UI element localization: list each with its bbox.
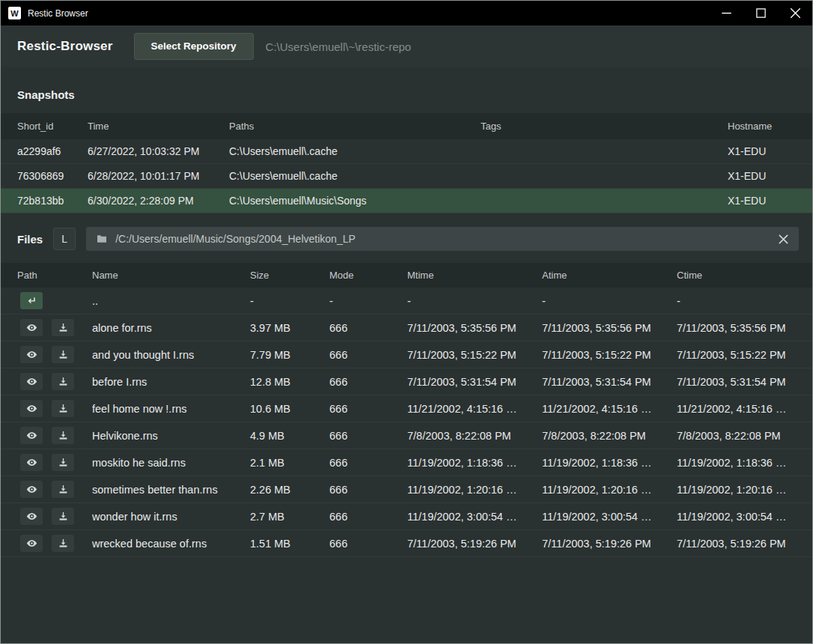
eye-icon (26, 538, 37, 549)
file-size: 2.1 MB (250, 457, 329, 469)
download-icon (58, 484, 69, 495)
go-to-parent-button[interactable] (20, 292, 43, 309)
eye-icon (26, 430, 37, 441)
snapshot-time: 6/30/2022, 2:28:09 PM (88, 195, 229, 207)
file-actions (17, 373, 92, 390)
files-body: ..-----alone for.rns3.97 MB6667/11/2003,… (1, 288, 812, 557)
file-mtime: 7/11/2003, 5:35:56 PM (407, 322, 542, 334)
files-column-name: Name (92, 270, 250, 281)
download-icon (58, 538, 69, 549)
download-file-button[interactable] (52, 346, 74, 363)
preview-file-button[interactable] (20, 535, 43, 552)
file-actions (17, 535, 92, 552)
file-size: 12.8 MB (250, 376, 329, 388)
preview-file-button[interactable] (20, 400, 43, 417)
preview-file-button[interactable] (20, 346, 43, 363)
preview-file-button[interactable] (20, 427, 43, 444)
file-actions (17, 508, 92, 525)
download-icon (58, 349, 69, 360)
download-icon (58, 457, 69, 468)
snapshot-row[interactable]: a2299af66/27/2022, 10:03:32 PMC:\Users\e… (1, 139, 812, 164)
file-path-bar[interactable]: /C:/Users/emuell/Music/Songs/2004_Helvet… (86, 227, 799, 251)
snapshots-column-hostname: Hostname (728, 121, 796, 132)
file-ctime: 7/11/2003, 5:15:22 PM (677, 349, 796, 361)
files-table: PathNameSizeModeMtimeAtimeCtime ..-----a… (1, 263, 812, 557)
file-atime: 11/21/2002, 4:15:16 … (542, 403, 677, 415)
snapshot-time: 6/28/2022, 10:01:17 PM (88, 170, 229, 182)
window-controls (709, 1, 812, 25)
clear-path-button[interactable] (778, 234, 789, 245)
snapshot-row[interactable]: 763068696/28/2022, 10:01:17 PMC:\Users\e… (1, 164, 812, 189)
list-mode-button[interactable]: L (53, 228, 76, 250)
preview-file-button[interactable] (20, 508, 43, 525)
file-mode: 666 (329, 484, 407, 496)
snapshot-paths: C:\Users\emuell\Music\Songs (229, 195, 481, 207)
file-ctime: 7/11/2003, 5:35:56 PM (677, 322, 796, 334)
file-name: Helvikone.rns (92, 430, 250, 442)
file-actions (17, 427, 92, 444)
return-icon (26, 295, 37, 306)
preview-file-button[interactable] (20, 373, 43, 390)
download-icon (58, 376, 69, 387)
minimize-button[interactable] (709, 1, 743, 25)
file-mode: 666 (329, 457, 407, 469)
snapshots-column-time: Time (88, 121, 229, 132)
select-repository-button[interactable]: Select Repository (134, 33, 254, 60)
download-file-button[interactable] (52, 373, 74, 390)
close-icon (778, 234, 789, 245)
file-ctime: 11/19/2002, 1:20:16 … (677, 484, 796, 496)
download-file-button[interactable] (52, 535, 74, 552)
file-actions (17, 292, 92, 309)
file-ctime: 11/19/2002, 1:18:36 … (677, 457, 796, 469)
file-mtime: 11/19/2002, 3:00:54 … (407, 511, 542, 523)
snapshot-time: 6/27/2022, 10:03:32 PM (88, 145, 229, 157)
file-size: 2.26 MB (250, 484, 329, 496)
file-row: Helvikone.rns4.9 MB6667/8/2003, 8:22:08 … (1, 422, 812, 449)
file-size: - (250, 295, 329, 307)
close-icon (790, 7, 801, 19)
file-mode: 666 (329, 322, 407, 334)
file-size: 1.51 MB (250, 538, 329, 550)
download-file-button[interactable] (52, 319, 74, 336)
snapshot-paths: C:\Users\emuell\.cache (229, 170, 481, 182)
close-button[interactable] (778, 1, 812, 25)
preview-file-button[interactable] (20, 481, 43, 498)
download-file-button[interactable] (52, 508, 74, 525)
file-name: alone for.rns (92, 322, 250, 334)
repository-path-input[interactable]: C:\Users\emuell\~\restic-repo (266, 40, 796, 53)
file-atime: 7/11/2003, 5:35:56 PM (542, 322, 677, 334)
file-ctime: 7/8/2003, 8:22:08 PM (677, 430, 796, 442)
eye-icon (26, 457, 37, 468)
snapshot-short-id: 76306869 (17, 170, 88, 182)
file-size: 2.7 MB (250, 511, 329, 523)
app-title: Restic-Browser (17, 39, 113, 54)
eye-icon (26, 511, 37, 522)
file-atime: 7/8/2003, 8:22:08 PM (542, 430, 677, 442)
files-header-row: PathNameSizeModeMtimeAtimeCtime (1, 263, 812, 288)
file-atime: 7/11/2003, 5:31:54 PM (542, 376, 677, 388)
download-icon (58, 430, 69, 441)
download-file-button[interactable] (52, 454, 74, 471)
download-file-button[interactable] (52, 481, 74, 498)
file-row: and you thought I.rns7.79 MB6667/11/2003… (1, 341, 812, 368)
maximize-button[interactable] (743, 1, 778, 25)
file-actions (17, 400, 92, 417)
file-mode: 666 (329, 349, 407, 361)
eye-icon (26, 403, 37, 414)
preview-file-button[interactable] (20, 454, 43, 471)
file-atime: 11/19/2002, 1:18:36 … (542, 457, 677, 469)
eye-icon (26, 349, 37, 360)
snapshots-heading: Snapshots (1, 67, 812, 113)
download-file-button[interactable] (52, 400, 74, 417)
download-file-button[interactable] (52, 427, 74, 444)
file-mtime: 7/8/2003, 8:22:08 PM (407, 430, 542, 442)
file-mtime: 7/11/2003, 5:31:54 PM (407, 376, 542, 388)
file-name: .. (92, 295, 250, 307)
snapshots-column-tags: Tags (481, 121, 728, 132)
files-column-atime: Atime (542, 270, 677, 281)
snapshot-row-selected[interactable]: 72b813bb6/30/2022, 2:28:09 PMC:\Users\em… (1, 189, 812, 213)
maximize-icon (755, 7, 767, 19)
preview-file-button[interactable] (20, 319, 43, 336)
eye-icon (26, 376, 37, 387)
file-mtime: 7/11/2003, 5:19:26 PM (407, 538, 542, 550)
